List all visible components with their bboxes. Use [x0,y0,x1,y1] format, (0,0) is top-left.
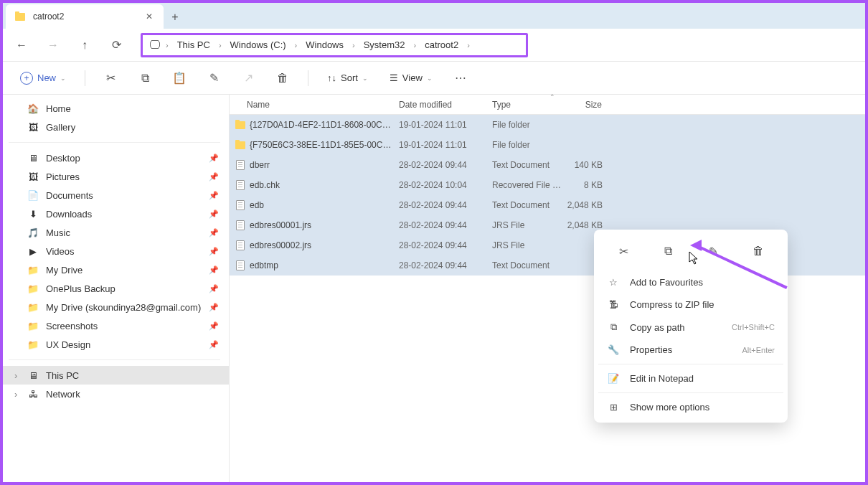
file-type: Recovered File Fra... [485,180,562,190]
up-button[interactable]: ↑ [72,32,98,58]
file-row[interactable]: edb.chk28-02-2024 10:04Recovered File Fr… [230,175,868,195]
more-icon: ⊞ [607,402,620,413]
file-type: JRS File [485,220,562,230]
sidebar-home[interactable]: 🏠 Home [0,99,229,118]
new-label: New [37,72,56,83]
delete-button[interactable]: 🗑 [270,66,295,90]
music-icon: 🎵 [27,227,39,238]
zip-icon: 🗜 [607,299,620,310]
file-size: 2,048 KB [562,220,610,230]
new-tab-button[interactable]: + [164,6,187,29]
sidebar-pinned-item[interactable]: ▶Videos📌 [0,242,229,260]
sidebar-pinned-item[interactable]: 📁OnePlus Backup📌 [0,279,229,298]
forward-button[interactable]: → [40,32,66,58]
file-type: File folder [485,140,562,150]
view-button[interactable]: ☰ View ⌄ [384,70,438,86]
ctx-delete-button[interactable]: 🗑 [745,238,771,264]
more-button[interactable]: ⋯ [448,66,473,90]
breadcrumb-item[interactable]: Windows (C:) [226,37,291,53]
tab[interactable]: catroot2 ✕ [6,4,164,29]
ctx-edit-notepad[interactable]: 📝 Edit in Notepad [598,367,783,390]
breadcrumb-item[interactable]: Windows [301,37,348,53]
breadcrumb-item[interactable]: System32 [359,37,410,53]
view-icon: ☰ [390,72,398,83]
sidebar-pinned-item[interactable]: 📁My Drive📌 [0,260,229,279]
refresh-button[interactable]: ⟳ [103,32,129,58]
pin-icon: 📌 [209,209,219,219]
chevron-right-icon: › [164,41,170,50]
downloads-icon: ⬇ [27,208,39,220]
star-icon: ☆ [607,277,620,288]
folder-icon: 📁 [27,320,39,331]
sidebar-pinned-item[interactable]: 🖼Pictures📌 [0,167,229,186]
gallery-icon: 🖼 [27,121,39,133]
pin-icon: 📌 [209,172,219,182]
pictures-icon: 🖼 [27,171,39,182]
ctx-add-favourites[interactable]: ☆ Add to Favourites [598,271,783,293]
file-date: 28-02-2024 09:44 [392,160,485,170]
pc-icon: 🖥 [27,369,39,381]
sidebar-network[interactable]: 🖧 Network [0,385,229,403]
sidebar-pinned-item[interactable]: 📁UX Design📌 [0,335,229,354]
pin-icon: 📌 [209,265,219,275]
folder-icon [234,141,247,149]
rename-button[interactable]: ✎ [202,66,226,90]
ctx-show-more[interactable]: ⊞ Show more options [598,396,783,418]
file-type: Text Document [485,160,562,170]
ctx-properties[interactable]: 🔧 Properties Alt+Enter [598,339,783,361]
chevron-right-icon: › [412,41,418,50]
column-header-size[interactable]: Size [562,100,610,110]
close-tab-button[interactable]: ✕ [143,11,155,22]
documents-icon: 📄 [27,189,39,201]
folder-icon: 📁 [27,339,39,350]
file-row[interactable]: {F750E6C3-38EE-11D1-85E5-00C04FC295...19… [230,135,868,155]
sidebar-pinned-item[interactable]: 📄Documents📌 [0,186,229,204]
share-button[interactable]: ↗ [236,66,260,90]
breadcrumb[interactable]: 🖵 › This PC › Windows (C:) › Windows › S… [141,33,528,57]
ctx-cut-button[interactable]: ✂ [610,238,636,264]
file-name: {127D0A1D-4EF2-11D1-8608-00C04FC295... [250,120,392,130]
sidebar-pinned-item[interactable]: 🎵Music📌 [0,223,229,242]
column-header-type[interactable]: Type [485,100,562,110]
pin-icon: 📌 [209,154,219,163]
column-header-name[interactable]: Name [230,100,392,110]
back-button[interactable]: ← [9,32,34,58]
file-icon [234,260,247,270]
copy-path-icon: ⧉ [607,321,620,333]
pin-icon: 📌 [209,303,219,312]
sidebar-pinned-item[interactable]: 📁Screenshots📌 [0,316,229,335]
wrench-icon: 🔧 [607,344,620,355]
sidebar-pinned-item[interactable]: ⬇Downloads📌 [0,204,229,223]
ctx-copy-path[interactable]: ⧉ Copy as path Ctrl+Shift+C [598,316,783,339]
paste-button[interactable]: 📋 [167,66,192,90]
breadcrumb-item[interactable]: catroot2 [420,37,463,53]
file-size: 2,048 KB [562,200,610,210]
chevron-right-icon: › [351,41,357,50]
ctx-copy-button[interactable]: ⧉ [656,238,681,264]
file-type: Text Document [485,200,562,210]
pin-icon: 📌 [209,247,219,256]
folder-icon [14,11,26,22]
file-row[interactable]: {127D0A1D-4EF2-11D1-8608-00C04FC295...19… [230,115,868,135]
chevron-down-icon: ⌄ [427,75,433,82]
new-button[interactable]: + New ⌄ [14,69,72,88]
cut-button[interactable]: ✂ [98,66,123,90]
file-date: 28-02-2024 09:44 [392,220,485,230]
column-header-date[interactable]: Date modified [392,100,485,110]
file-row[interactable]: dberr28-02-2024 09:44Text Document140 KB [230,155,868,175]
sidebar-pinned-item[interactable]: 📁My Drive (skoundinya28@gmail.com)📌 [0,298,229,316]
copy-button[interactable]: ⧉ [133,66,157,90]
ctx-rename-button[interactable]: ✎ [700,238,726,264]
breadcrumb-item[interactable]: This PC [173,37,214,53]
chevron-right-icon: › [293,41,299,50]
sidebar-pinned-item[interactable]: 🖥Desktop📌 [0,149,229,167]
file-icon [234,200,247,210]
file-row[interactable]: edb28-02-2024 09:44Text Document2,048 KB [230,195,868,215]
sidebar-this-pc[interactable]: 🖥 This PC [0,366,229,385]
sidebar-gallery[interactable]: 🖼 Gallery [0,118,229,136]
sort-button[interactable]: ↑↓ Sort ⌄ [321,70,374,86]
videos-icon: ▶ [27,245,39,257]
sidebar: 🏠 Home 🖼 Gallery 🖥Desktop📌🖼Pictures📌📄Doc… [0,95,230,485]
desktop-icon: 🖥 [27,152,39,164]
ctx-compress-zip[interactable]: 🗜 Compress to ZIP file [598,293,783,316]
